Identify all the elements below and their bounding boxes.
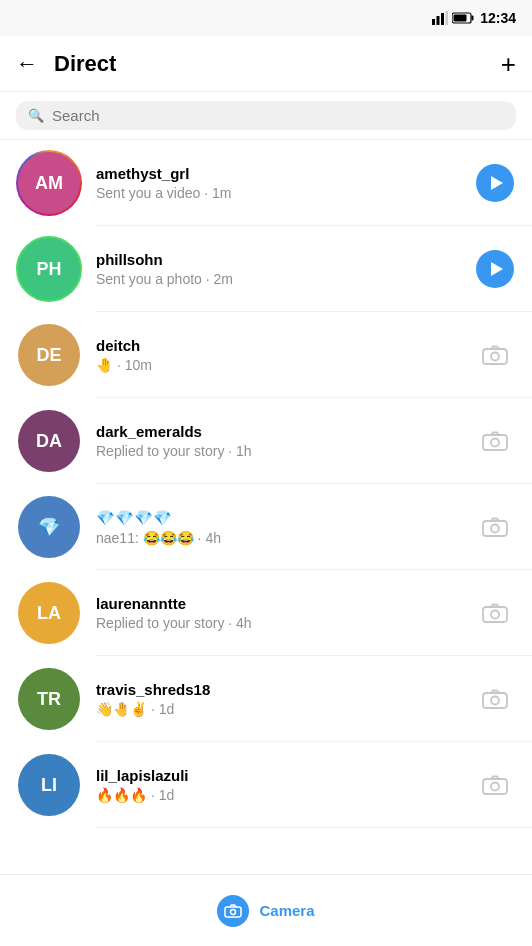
- signal-icon: [432, 11, 448, 25]
- message-preview: 🔥🔥🔥 · 1d: [96, 787, 474, 803]
- status-icons: [432, 11, 474, 25]
- list-item[interactable]: TRtravis_shreds18👋🤚✌ · 1d: [0, 656, 532, 742]
- avatar: AM: [16, 150, 82, 216]
- list-item[interactable]: DEdeitch🤚 · 10m: [0, 312, 532, 398]
- svg-point-10: [491, 439, 499, 447]
- list-item[interactable]: LAlaurenanntteReplied to your story · 4h: [0, 570, 532, 656]
- camera-svg: [224, 904, 242, 918]
- avatar: PH: [16, 236, 82, 302]
- message-content: phillsohnSent you a photo · 2m: [96, 251, 474, 287]
- nav-left: ← Direct: [16, 51, 116, 77]
- message-username: travis_shreds18: [96, 681, 474, 698]
- message-list: AMamethyst_grlSent you a video · 1mPHphi…: [0, 140, 532, 874]
- camera-label: Camera: [259, 902, 314, 919]
- message-content: dark_emeraldsReplied to your story · 1h: [96, 423, 474, 459]
- svg-rect-5: [472, 16, 474, 21]
- list-item[interactable]: AMamethyst_grlSent you a video · 1m: [0, 140, 532, 226]
- message-preview: Replied to your story · 1h: [96, 443, 474, 459]
- avatar: DA: [16, 408, 82, 474]
- list-item[interactable]: PHphillsohnSent you a photo · 2m: [0, 226, 532, 312]
- message-content: laurenanntteReplied to your story · 4h: [96, 595, 474, 631]
- camera-icon: [217, 895, 249, 927]
- avatar: LA: [16, 580, 82, 646]
- avatar: LI: [16, 752, 82, 818]
- message-preview: Replied to your story · 4h: [96, 615, 474, 631]
- page-title: Direct: [54, 51, 116, 77]
- svg-rect-17: [483, 779, 507, 794]
- message-username: lil_lapislazuli: [96, 767, 474, 784]
- svg-point-18: [491, 783, 499, 791]
- message-content: amethyst_grlSent you a video · 1m: [96, 165, 474, 201]
- message-content: travis_shreds18👋🤚✌ · 1d: [96, 681, 474, 717]
- play-icon: [491, 176, 503, 190]
- svg-rect-9: [483, 435, 507, 450]
- message-preview: 👋🤚✌ · 1d: [96, 701, 474, 717]
- list-item[interactable]: 💎💎💎💎💎nae11: 😂😂😂 · 4h: [0, 484, 532, 570]
- svg-point-12: [491, 525, 499, 533]
- play-icon: [491, 262, 503, 276]
- play-button[interactable]: [476, 164, 514, 202]
- camera-icon: [481, 774, 509, 796]
- status-time: 12:34: [480, 10, 516, 26]
- list-item[interactable]: DAdark_emeraldsReplied to your story · 1…: [0, 398, 532, 484]
- camera-icon: [481, 430, 509, 452]
- message-preview: 🤚 · 10m: [96, 357, 474, 373]
- camera-icon: [481, 688, 509, 710]
- camera-icon: [481, 602, 509, 624]
- svg-point-20: [231, 909, 236, 914]
- camera-icon: [481, 344, 509, 366]
- svg-rect-0: [432, 19, 435, 25]
- svg-point-8: [491, 353, 499, 361]
- search-input-wrap[interactable]: 🔍: [16, 101, 516, 130]
- svg-rect-7: [483, 349, 507, 364]
- svg-point-14: [491, 611, 499, 619]
- message-username: dark_emeralds: [96, 423, 474, 440]
- message-username: amethyst_grl: [96, 165, 474, 182]
- svg-point-16: [491, 697, 499, 705]
- svg-rect-2: [441, 13, 444, 25]
- message-preview: nae11: 😂😂😂 · 4h: [96, 530, 474, 546]
- message-content: lil_lapislazuli🔥🔥🔥 · 1d: [96, 767, 474, 803]
- message-username: phillsohn: [96, 251, 474, 268]
- avatar: TR: [16, 666, 82, 732]
- svg-rect-19: [225, 907, 241, 917]
- message-username: deitch: [96, 337, 474, 354]
- nav-bar: ← Direct +: [0, 36, 532, 92]
- avatar: DE: [16, 322, 82, 388]
- list-item[interactable]: LIlil_lapislazuli🔥🔥🔥 · 1d: [0, 742, 532, 828]
- svg-rect-15: [483, 693, 507, 708]
- message-username: 💎💎💎💎: [96, 509, 474, 527]
- camera-icon: [481, 516, 509, 538]
- search-icon: 🔍: [28, 108, 44, 123]
- svg-rect-13: [483, 607, 507, 622]
- message-username: laurenanntte: [96, 595, 474, 612]
- search-input[interactable]: [52, 107, 504, 124]
- bottom-bar[interactable]: Camera: [0, 874, 532, 946]
- avatar: 💎: [16, 494, 82, 560]
- search-bar: 🔍: [0, 92, 532, 140]
- message-preview: Sent you a video · 1m: [96, 185, 474, 201]
- svg-rect-6: [454, 15, 467, 22]
- play-button[interactable]: [476, 250, 514, 288]
- add-button[interactable]: +: [501, 51, 516, 77]
- battery-icon: [452, 12, 474, 24]
- svg-rect-3: [446, 11, 449, 25]
- message-content: 💎💎💎💎nae11: 😂😂😂 · 4h: [96, 509, 474, 546]
- status-bar: 12:34: [0, 0, 532, 36]
- back-button[interactable]: ←: [16, 51, 38, 77]
- message-preview: Sent you a photo · 2m: [96, 271, 474, 287]
- svg-rect-1: [437, 16, 440, 25]
- svg-rect-11: [483, 521, 507, 536]
- message-content: deitch🤚 · 10m: [96, 337, 474, 373]
